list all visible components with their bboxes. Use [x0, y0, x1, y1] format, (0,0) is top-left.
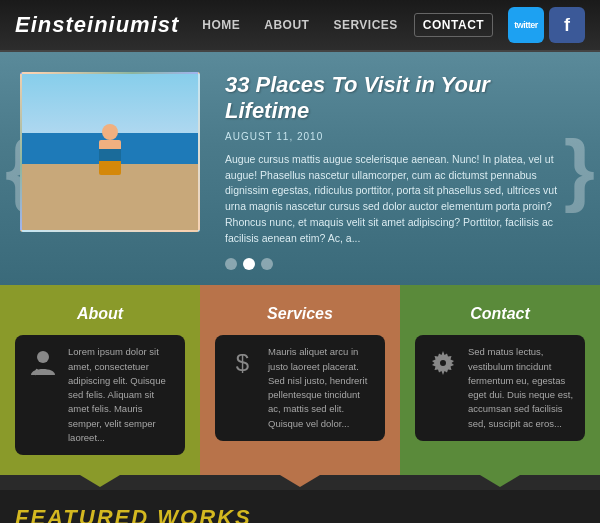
about-text: Lorem ipsum dolor sit amet, consectetuer…: [68, 345, 175, 445]
featured-section: FEATURED WORKS NASDAQ: [0, 490, 600, 523]
services-section: About Lorem ipsum dolor sit amet, consec…: [0, 285, 600, 475]
dot-3[interactable]: [261, 258, 273, 270]
header: Einsteiniumist HOME ABOUT SERVICES CONTA…: [0, 0, 600, 52]
hero-dots: [225, 258, 580, 270]
svg-point-0: [37, 351, 49, 363]
social-icons: twitter f: [508, 7, 585, 43]
hero-content: 33 Places To Visit in Your Lifetime AUGU…: [220, 72, 580, 270]
hero-image-inner: [22, 74, 198, 230]
dot-2[interactable]: [243, 258, 255, 270]
dollar-icon: $: [225, 345, 260, 380]
nav-services[interactable]: SERVICES: [325, 14, 405, 36]
figure-body: [99, 140, 121, 175]
hero-title: 33 Places To Visit in Your Lifetime: [225, 72, 580, 125]
beach-figure: [96, 124, 124, 175]
featured-title: FEATURED WORKS: [15, 505, 585, 523]
nav-home[interactable]: HOME: [194, 14, 248, 36]
service-contact[interactable]: Contact Sed matus lectus, vestibulum tin…: [400, 285, 600, 475]
nav-about[interactable]: ABOUT: [256, 14, 317, 36]
contact-title: Contact: [415, 305, 585, 323]
hero-section: 33 Places To Visit in Your Lifetime AUGU…: [0, 52, 600, 285]
service-about[interactable]: About Lorem ipsum dolor sit amet, consec…: [0, 285, 200, 475]
gear-icon: [425, 345, 460, 380]
logo: Einsteiniumist: [15, 12, 179, 38]
twitter-icon: twitter: [514, 20, 538, 30]
svc-body: $ Mauris aliquet arcu in justo laoreet p…: [215, 335, 385, 441]
figure-head: [102, 124, 118, 140]
twitter-button[interactable]: twitter: [508, 7, 544, 43]
svg-point-3: [439, 359, 447, 367]
svc-text: Mauris aliquet arcu in justo laoreet pla…: [268, 345, 375, 431]
about-title: About: [15, 305, 185, 323]
contact-body: Sed matus lectus, vestibulum tincidunt f…: [415, 335, 585, 441]
hero-date: AUGUST 11, 2010: [225, 131, 580, 142]
service-services[interactable]: Services $ Mauris aliquet arcu in justo …: [200, 285, 400, 475]
hero-text: Augue cursus mattis augue scelerisque ae…: [225, 152, 580, 247]
nav-contact[interactable]: CONTACT: [414, 13, 493, 37]
about-icon: [25, 345, 60, 380]
dot-1[interactable]: [225, 258, 237, 270]
contact-text: Sed matus lectus, vestibulum tincidunt f…: [468, 345, 575, 431]
hero-image: [20, 72, 200, 232]
nav: HOME ABOUT SERVICES CONTACT: [194, 13, 493, 37]
about-body: Lorem ipsum dolor sit amet, consectetuer…: [15, 335, 185, 455]
facebook-button[interactable]: f: [549, 7, 585, 43]
svc-title: Services: [215, 305, 385, 323]
facebook-icon: f: [564, 15, 570, 36]
